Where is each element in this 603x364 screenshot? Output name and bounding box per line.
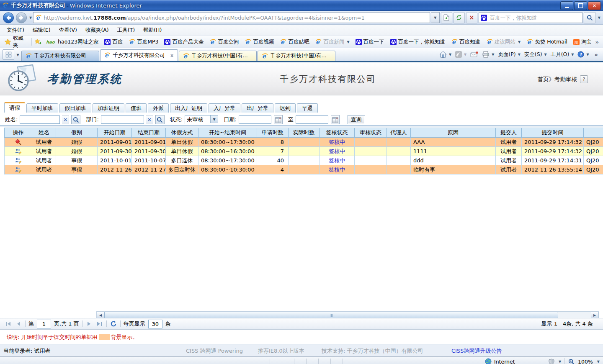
select-arrow-icon[interactable]: ▼: [210, 115, 218, 123]
table-row[interactable]: 试用者事假2012-11-262012-11-27多日定时休08:30:00~1…: [5, 165, 603, 174]
minimize-button[interactable]: [560, 1, 573, 10]
compatibility-view-icon[interactable]: [441, 12, 452, 23]
per-page-input[interactable]: [148, 320, 162, 328]
favorites-item[interactable]: haohao123网址之家: [45, 38, 100, 46]
page-menu[interactable]: 页面(P)▼: [498, 51, 520, 58]
name-clear-icon[interactable]: ×: [62, 115, 69, 124]
query-button[interactable]: 查询: [348, 115, 365, 124]
module-tab-8[interactable]: 出厂异常: [242, 103, 273, 113]
menu-item[interactable]: 收藏夹(A): [81, 26, 113, 35]
menu-item[interactable]: 编辑(E): [28, 26, 55, 35]
next-page-icon[interactable]: [85, 320, 93, 328]
sign-status-link[interactable]: 签核中: [329, 148, 345, 154]
help-menu[interactable]: ?▼: [577, 51, 589, 58]
zoom-dropdown-icon[interactable]: ▼: [597, 360, 600, 364]
recent-pages-dropdown-icon[interactable]: ▼: [29, 16, 32, 20]
table-row[interactable]: 试用者婚假2011-09-302011-09-30单日休假08:30:00~16…: [5, 147, 603, 156]
name-input[interactable]: [20, 115, 60, 124]
browser-tab[interactable]: e千乡万才科技有限公司x: [100, 49, 178, 61]
add-favorite-icon[interactable]: [34, 38, 42, 45]
prev-page-icon[interactable]: [15, 320, 22, 328]
search-input[interactable]: [489, 14, 580, 21]
favorites-overflow-icon[interactable]: »: [594, 39, 600, 45]
module-tab-10[interactable]: 早退: [297, 103, 318, 113]
dept-input[interactable]: [101, 115, 144, 124]
module-tab-2[interactable]: 假日加班: [59, 103, 91, 113]
home-button[interactable]: ▼: [439, 51, 451, 58]
safety-menu[interactable]: 安全(S)▼: [524, 51, 547, 58]
search-options-dropdown-icon[interactable]: ▼: [598, 16, 600, 20]
menu-item[interactable]: 文件(F): [3, 26, 28, 35]
favorites-item[interactable]: e百度新闻▼: [314, 38, 350, 46]
upgrade-announce-link[interactable]: CISS跨网通升级公告: [451, 347, 502, 355]
module-tab-9[interactable]: 迟到: [275, 103, 296, 113]
dept-clear-icon[interactable]: ×: [146, 115, 153, 124]
module-tab-3[interactable]: 加班证明: [93, 103, 124, 113]
favorites-button[interactable]: 收藏夹: [3, 36, 29, 48]
sign-status-link[interactable]: 签核中: [329, 167, 345, 173]
page-number-input[interactable]: [37, 320, 51, 328]
module-tab-4[interactable]: 值班: [126, 103, 147, 113]
close-button[interactable]: ×: [588, 1, 601, 10]
date-to-input[interactable]: [296, 115, 328, 124]
favorites-item[interactable]: 百度一下: [354, 38, 386, 46]
restore-button[interactable]: [574, 1, 587, 10]
dept-search-icon[interactable]: [155, 115, 165, 124]
refresh-icon[interactable]: [454, 12, 465, 23]
menu-item[interactable]: 查看(V): [55, 26, 81, 35]
favorites-item[interactable]: e百度贴吧: [278, 38, 310, 46]
protected-mode-icon[interactable]: [549, 359, 554, 364]
table-row[interactable]: 试用者婚假2011-09-012011-09-01单日休假08:30:00~17…: [5, 138, 603, 147]
favorites-item[interactable]: e百度视频: [243, 38, 275, 46]
read-mail-button[interactable]: [470, 51, 478, 58]
protected-mode-dropdown-icon[interactable]: ▼: [559, 360, 561, 364]
favorites-item[interactable]: 淘淘宝皇冠店铺大全: [572, 38, 591, 46]
command-overflow-icon[interactable]: »: [593, 51, 600, 58]
tools-menu[interactable]: 工具(O)▼: [551, 51, 574, 58]
favorites-item[interactable]: 百度: [103, 38, 124, 46]
scroll-left-icon[interactable]: ◀: [97, 312, 104, 318]
menu-item[interactable]: 帮助(H): [139, 26, 166, 35]
browser-tab[interactable]: e千乡万才科技有限公司: [21, 51, 99, 61]
browser-tab[interactable]: e千乡万才科技(中国)有限公...: [258, 51, 335, 61]
module-tab-0[interactable]: 请假: [4, 102, 25, 113]
web-search-box[interactable]: [479, 12, 582, 23]
sign-edit-icon[interactable]: [15, 167, 22, 173]
module-tab-7[interactable]: 入厂异常: [209, 103, 240, 113]
scrollbar-thumb[interactable]: [104, 312, 558, 318]
module-tab-5[interactable]: 外派: [148, 103, 169, 113]
favorites-item[interactable]: e免费 Hotmail: [525, 38, 569, 46]
calendar-from-icon[interactable]: [274, 115, 283, 124]
table-row[interactable]: 试用者事假2011-10-012011-10-07多日连休08:30:00~17…: [5, 156, 603, 165]
forward-icon[interactable]: [15, 12, 27, 23]
stop-icon[interactable]: ×: [466, 12, 477, 23]
first-page-icon[interactable]: [4, 320, 12, 328]
tab-list-dropdown-icon[interactable]: ▼: [15, 50, 21, 60]
quick-tabs-icon[interactable]: [3, 49, 14, 60]
url-dropdown-icon[interactable]: ▼: [431, 12, 440, 23]
sign-edit-icon[interactable]: [15, 157, 22, 164]
reload-icon[interactable]: [110, 320, 117, 328]
favorites-item[interactable]: e百度空间: [208, 38, 240, 46]
sign-edit-icon[interactable]: [15, 148, 22, 155]
url-field[interactable]: e http://oademo.kwt.17888.com/apps/oa/in…: [33, 12, 430, 23]
status-select[interactable]: 未审核 ▼: [185, 115, 218, 124]
favorites-item[interactable]: e建议网站▼: [485, 38, 522, 46]
module-tab-6[interactable]: 出入厂证明: [170, 103, 207, 113]
date-from-input[interactable]: [239, 115, 271, 124]
sign-status-link[interactable]: 签核中: [329, 157, 345, 164]
sign-pin-icon[interactable]: [15, 139, 22, 146]
tab-close-icon[interactable]: x: [170, 53, 174, 58]
search-go-icon[interactable]: [584, 12, 596, 23]
favorites-item[interactable]: e百度知道: [450, 38, 482, 46]
sign-status-link[interactable]: 签核中: [329, 139, 345, 145]
favorites-item[interactable]: 百度产品大全: [163, 38, 205, 46]
module-tab-1[interactable]: 平时加班: [26, 103, 58, 113]
favorites-item[interactable]: 百度一下，你就知道: [389, 38, 447, 46]
last-page-icon[interactable]: [96, 320, 103, 328]
scroll-right-icon[interactable]: ▶: [591, 312, 598, 318]
back-icon[interactable]: [3, 12, 14, 23]
print-button[interactable]: ▼: [482, 51, 494, 58]
page-help-button[interactable]: ?: [580, 75, 588, 83]
name-search-icon[interactable]: [71, 115, 80, 124]
